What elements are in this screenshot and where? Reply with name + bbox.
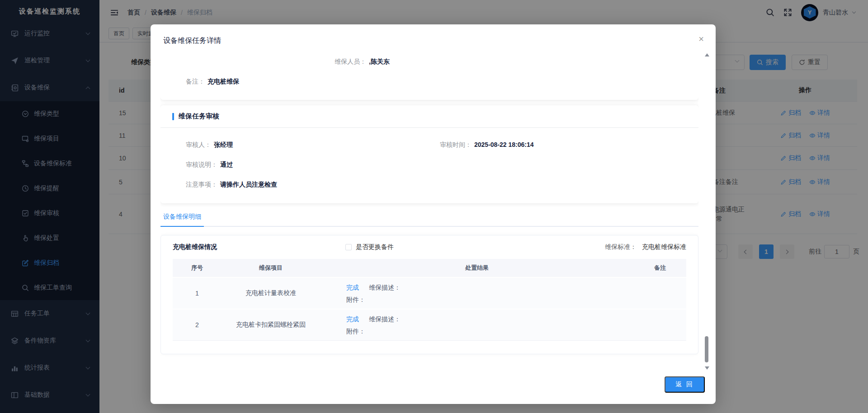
standard-value: 充电桩维保标准 — [642, 243, 686, 250]
audit-result-label: 审核说明： — [186, 161, 217, 168]
scroll-up-icon[interactable] — [705, 53, 709, 56]
remark-value: 充电桩维保 — [208, 78, 239, 85]
replace-parts-checkbox[interactable] — [345, 244, 352, 250]
auditor-field: 审核人：张经理 — [186, 141, 233, 149]
maintenance-person-label: 维保人员： — [335, 58, 366, 65]
remark-field: 备注：充电桩维保 — [186, 77, 239, 86]
cell-remark — [634, 278, 686, 309]
cell-no: 2 — [173, 310, 222, 340]
audit-card: 维保任务审核 审核人：张经理 审核时间：2025-08-22 18:06:14 … — [160, 105, 698, 203]
tab-maintenance-detail[interactable]: 设备维保明细 — [160, 207, 204, 227]
cell-result: 完成维保描述： 附件： — [320, 278, 634, 309]
column-header-remark: 备注 — [634, 264, 686, 272]
detail-card-header: 充电桩维保情况 是否更换备件 维保标准：充电桩维保标准 — [161, 235, 698, 259]
audit-time-label: 审核时间： — [440, 141, 472, 148]
attachment-label: 附件： — [346, 328, 634, 336]
desc-label: 维保描述： — [369, 284, 401, 292]
audit-result-field: 审核说明：通过 — [186, 160, 233, 169]
modal-body: 维保人员：,陈关东 备注：充电桩维保 维保任务审核 审核人：张经理 审核时间：2… — [160, 52, 698, 369]
remark-label: 备注： — [186, 78, 205, 85]
auditor-label: 审核人： — [186, 141, 211, 148]
standard-field: 维保标准：充电桩维保标准 — [605, 243, 686, 251]
audit-section-title: 维保任务审核 — [179, 112, 219, 121]
maintenance-person-field: 维保人员：,陈关东 — [335, 57, 390, 66]
detail-table-row: 2 充电桩卡扣紧固螺栓紧固 完成维保描述： 附件： — [173, 309, 686, 340]
auditor-value: 张经理 — [214, 141, 233, 148]
audit-time-field: 审核时间：2025-08-22 18:06:14 — [440, 141, 534, 149]
modal-tab-bar: 设备维保明细 — [160, 207, 698, 227]
audit-note-field: 注意事项：请操作人员注意检查 — [186, 180, 277, 189]
desc-label: 维保描述： — [369, 315, 401, 324]
maintenance-detail-card: 充电桩维保情况 是否更换备件 维保标准：充电桩维保标准 序号 维保项目 处置结果 — [160, 235, 698, 354]
detail-table-header: 序号 维保项目 处置结果 备注 — [173, 259, 686, 277]
cell-result: 完成维保描述： 附件： — [320, 310, 634, 340]
replace-parts-label: 是否更换备件 — [356, 243, 394, 251]
audit-section-header: 维保任务审核 — [160, 105, 698, 128]
detail-table-row: 1 充电桩计量表校准 完成维保描述： 附件： — [173, 277, 686, 309]
scroll-down-icon[interactable] — [705, 366, 709, 370]
attachment-label: 附件： — [346, 296, 634, 304]
task-info-card: 维保人员：,陈关东 备注：充电桩维保 — [160, 52, 698, 100]
cell-remark — [634, 310, 686, 340]
cell-item: 充电桩卡扣紧固螺栓紧固 — [222, 310, 320, 340]
maintenance-task-detail-modal: 设备维保任务详情 × 维保人员：,陈关东 备注：充电桩维保 维保任务审核 审核人… — [151, 24, 716, 404]
screen: 设备巡检监测系统 运行监控 巡检管理 设备维保 维保类型 维保项目 — [0, 0, 868, 413]
audit-result-value: 通过 — [220, 161, 233, 168]
status-complete-link[interactable]: 完成 — [346, 315, 359, 324]
maintenance-person-value: ,陈关东 — [369, 58, 390, 65]
cell-item: 充电桩计量表校准 — [222, 278, 320, 309]
back-button[interactable]: 返 回 — [665, 376, 705, 393]
modal-scrollbar — [704, 53, 710, 370]
modal-title: 设备维保任务详情 — [163, 36, 221, 46]
column-header-no: 序号 — [173, 264, 222, 272]
standard-label: 维保标准： — [605, 243, 637, 250]
status-complete-link[interactable]: 完成 — [346, 284, 359, 292]
cell-no: 1 — [173, 278, 222, 309]
scrollbar-thumb[interactable] — [705, 336, 708, 362]
close-icon[interactable]: × — [698, 34, 704, 43]
audit-note-value: 请操作人员注意检查 — [220, 181, 277, 188]
detail-card-title: 充电桩维保情况 — [173, 243, 217, 251]
detail-table: 序号 维保项目 处置结果 备注 1 充电桩计量表校准 完成维保描述： 附件： — [173, 259, 686, 341]
replace-parts-field: 是否更换备件 — [345, 243, 394, 251]
audit-note-label: 注意事项： — [186, 181, 217, 188]
modal-header: 设备维保任务详情 — [151, 24, 716, 51]
audit-time-value: 2025-08-22 18:06:14 — [474, 141, 534, 148]
section-accent-bar — [172, 113, 174, 120]
column-header-result: 处置结果 — [320, 264, 634, 272]
column-header-item: 维保项目 — [222, 264, 320, 272]
